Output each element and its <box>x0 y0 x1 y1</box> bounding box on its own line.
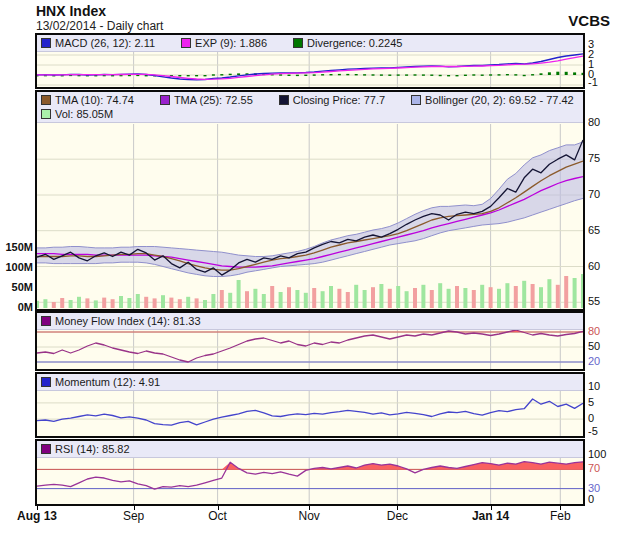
macd-panel: MACD (26, 12): 2.11EXP (9): 1.886Diverge… <box>35 33 585 89</box>
price-legend-swatch-icon <box>160 95 170 105</box>
rsi-legend-swatch-icon <box>41 444 51 454</box>
exp-line <box>37 56 583 79</box>
price-legend-swatch-icon <box>41 109 51 119</box>
overbought-fill <box>37 462 583 470</box>
brand-logo: VCBS <box>568 12 610 29</box>
mfi-legend-label: Money Flow Index (14): 81.33 <box>55 314 201 328</box>
divergence-bar <box>489 74 492 75</box>
price-axis-tick: 60 <box>588 261 600 272</box>
macd-legend-item: MACD (26, 12): 2.11 <box>41 36 155 50</box>
divergence-bar <box>498 74 501 75</box>
macd-legend-label: MACD (26, 12): 2.11 <box>55 36 155 50</box>
rsi-legend-label: RSI (14): 85.82 <box>55 442 130 456</box>
price-axis-tick: 80 <box>588 117 600 128</box>
divergence-bar <box>582 73 584 75</box>
volume-bar <box>144 297 148 308</box>
divergence-bar <box>355 74 358 75</box>
chart-subtitle: 13/02/2014 - Daily chart <box>36 19 163 33</box>
volume-bar <box>119 296 123 308</box>
divergence-bar <box>304 75 307 76</box>
price-axis-tick: 70 <box>588 189 600 200</box>
divergence-bar <box>338 74 341 75</box>
volume-bar <box>539 287 543 308</box>
price-legend-label: Closing Price: 77.7 <box>293 93 385 107</box>
rsi-axis-tick: 0 <box>588 494 594 505</box>
volume-bar <box>161 295 165 308</box>
divergence-bar <box>556 72 559 75</box>
volume-bar <box>52 302 56 308</box>
macd-legend: MACD (26, 12): 2.11EXP (9): 1.886Diverge… <box>37 35 583 52</box>
mom-axis-tick: 5 <box>588 397 594 408</box>
volume-bar <box>354 285 358 308</box>
mom-legend-label: Momentum (12): 4.91 <box>55 375 160 389</box>
divergence-bar <box>380 74 383 75</box>
volume-bar <box>531 284 535 308</box>
divergence-bar <box>321 74 324 75</box>
divergence-bar <box>439 75 442 76</box>
stock-chart-window: HNX Index 13/02/2014 - Daily chart VCBS … <box>0 0 620 535</box>
price-legend-label: TMA (10): 74.74 <box>55 93 134 107</box>
divergence-bar <box>514 74 517 75</box>
money-flow-index-legend: Money Flow Index (14): 81.33 <box>37 313 583 330</box>
volume-bar <box>69 300 73 308</box>
rsi-axis-tick: 100 <box>588 449 606 460</box>
mom-axis-tick: 0 <box>588 413 594 424</box>
volume-bar <box>253 289 257 308</box>
volume-bar <box>472 290 476 308</box>
price-legend-swatch-icon <box>279 95 289 105</box>
price-legend-item: TMA (25): 72.55 <box>160 93 253 107</box>
volume-bar <box>270 286 274 308</box>
price-legend-swatch-icon <box>411 95 421 105</box>
divergence-bar <box>506 74 509 75</box>
volume-bar <box>245 291 249 308</box>
price-legend-swatch-icon <box>41 95 51 105</box>
volume-bar <box>514 286 518 308</box>
divergence-bar <box>195 75 198 76</box>
time-axis-label: Jan 14 <box>472 509 509 523</box>
macd-legend-swatch-icon <box>181 38 191 48</box>
volume-bar <box>279 292 283 308</box>
divergence-bar <box>296 75 299 76</box>
mfi-line <box>37 330 583 362</box>
volume-bar <box>522 281 526 308</box>
divergence-bar <box>237 73 240 75</box>
price-legend-item: Bollinger (20, 2): 69.52 - 77.42 <box>411 93 574 107</box>
divergence-bar <box>573 72 576 75</box>
volume-bar <box>573 278 577 308</box>
volume-bar <box>111 299 115 308</box>
volume-axis-tick: 0M <box>0 301 33 313</box>
volume-axis-tick: 100M <box>0 261 33 273</box>
volume-bar <box>211 294 215 308</box>
macd-legend-label: EXP (9): 1.886 <box>195 36 267 50</box>
volume-bar <box>85 298 89 308</box>
divergence-bar <box>523 75 526 76</box>
time-axis-label: Feb <box>550 509 571 523</box>
page-title: HNX Index <box>36 3 106 19</box>
divergence-bar <box>447 75 450 76</box>
price-legend-label: TMA (25): 72.55 <box>174 93 253 107</box>
price-panel: TMA (10): 74.74TMA (25): 72.55Closing Pr… <box>35 90 585 311</box>
divergence-bar <box>430 75 433 76</box>
volume-bar <box>329 286 333 308</box>
macd-axis-tick: -1 <box>588 77 598 88</box>
macd-line <box>37 54 583 80</box>
volume-bar <box>77 297 81 308</box>
volume-bar <box>497 289 501 308</box>
volume-bar <box>136 294 140 308</box>
divergence-bar <box>548 72 551 75</box>
macd-legend-swatch-icon <box>293 38 303 48</box>
price-plot <box>37 92 583 309</box>
volume-bar <box>447 289 451 308</box>
volume-bar <box>379 284 383 308</box>
divergence-bar <box>204 75 207 76</box>
price-legend-item: Closing Price: 77.7 <box>279 93 385 107</box>
mfi-axis-tick: 50 <box>588 341 600 352</box>
divergence-bar <box>472 74 475 75</box>
mom-axis-tick: 10 <box>588 381 600 392</box>
volume-bar <box>127 298 131 308</box>
volume-bar <box>547 279 551 308</box>
mfi-legend-item: Money Flow Index (14): 81.33 <box>41 314 201 328</box>
mom-axis-tick: -5 <box>588 426 598 437</box>
volume-bar <box>363 290 367 308</box>
volume-bar <box>413 288 417 308</box>
